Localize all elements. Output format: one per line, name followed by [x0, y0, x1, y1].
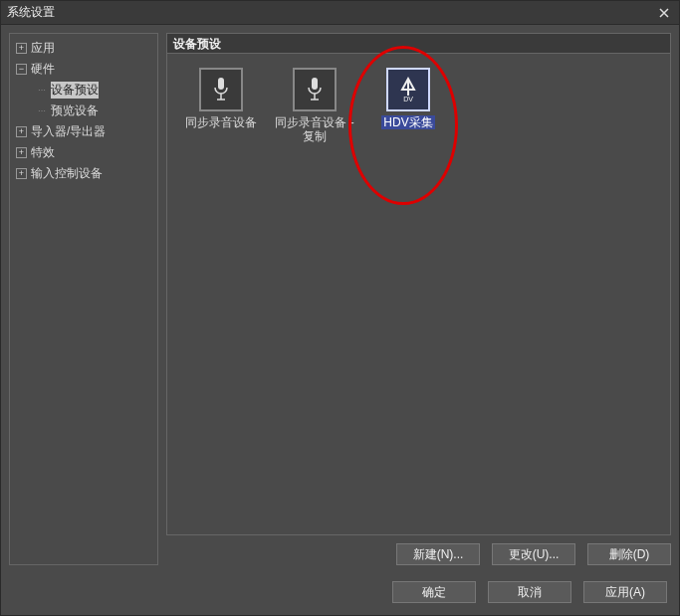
close-icon: [659, 8, 669, 18]
preset-label: 同步录音设备 - 复制: [275, 115, 354, 143]
tree-item-importer-exporter[interactable]: + 导入器/导出器: [12, 121, 155, 142]
right-area: 设备预设 同步录音设备 同步录音设备 - 复制: [166, 33, 671, 565]
close-button[interactable]: [655, 4, 673, 22]
body-area: + 应用 − 硬件 ⋯ 设备预设 ⋯ 预览设备 + 导入器/导出器 + 特效: [1, 25, 679, 573]
expand-icon[interactable]: +: [16, 147, 27, 158]
window-title: 系统设置: [7, 4, 655, 21]
collapse-icon[interactable]: −: [16, 64, 27, 75]
tree-label: 应用: [31, 40, 55, 57]
ok-button[interactable]: 确定: [392, 581, 476, 603]
tree-item-effects[interactable]: + 特效: [12, 142, 155, 163]
cancel-button[interactable]: 取消: [488, 581, 571, 603]
system-settings-window: 系统设置 + 应用 − 硬件 ⋯ 设备预设 ⋯ 预览设备 +: [0, 0, 680, 616]
preset-actions: 新建(N)... 更改(U)... 删除(D): [166, 535, 671, 565]
tree-label: 硬件: [31, 61, 55, 78]
tree-label: 导入器/导出器: [31, 123, 106, 140]
svg-text:DV: DV: [403, 96, 413, 103]
svg-rect-3: [312, 78, 318, 90]
preset-label: HDV采集: [381, 115, 434, 129]
new-button[interactable]: 新建(N)...: [396, 543, 480, 565]
change-button[interactable]: 更改(U)...: [492, 543, 575, 565]
preset-label: 同步录音设备: [185, 115, 257, 129]
tree-item-input-control[interactable]: + 输入控制设备: [12, 163, 155, 184]
tree-label: 设备预设: [51, 82, 99, 99]
section-header: 设备预设: [166, 33, 671, 53]
tree-item-preview-device[interactable]: ⋯ 预览设备: [12, 101, 155, 121]
tree-item-hardware[interactable]: − 硬件: [12, 59, 155, 80]
dialog-footer: 确定 取消 应用(A): [1, 573, 679, 615]
tree-leaf-icon: ⋯: [36, 85, 47, 96]
expand-icon[interactable]: +: [16, 168, 27, 179]
expand-icon[interactable]: +: [16, 43, 27, 54]
preset-row: 同步录音设备 同步录音设备 - 复制 DV HDV采集: [181, 68, 656, 143]
tree-label: 预览设备: [51, 103, 99, 119]
dv-icon: DV: [386, 68, 430, 111]
preset-list: 同步录音设备 同步录音设备 - 复制 DV HDV采集: [166, 53, 671, 535]
apply-button[interactable]: 应用(A): [583, 581, 667, 603]
titlebar: 系统设置: [1, 1, 679, 25]
svg-rect-0: [218, 78, 224, 90]
mic-icon: [199, 68, 243, 111]
tree-label: 输入控制设备: [31, 165, 103, 182]
tree-leaf-icon: ⋯: [36, 105, 47, 116]
preset-item-hdv-capture[interactable]: DV HDV采集: [368, 68, 448, 143]
tree-item-app[interactable]: + 应用: [12, 38, 155, 59]
tree-panel: + 应用 − 硬件 ⋯ 设备预设 ⋯ 预览设备 + 导入器/导出器 + 特效: [9, 33, 158, 565]
tree-item-device-preset[interactable]: ⋯ 设备预设: [12, 80, 155, 101]
delete-button[interactable]: 删除(D): [587, 543, 671, 565]
preset-item-sync-audio[interactable]: 同步录音设备: [181, 68, 261, 143]
expand-icon[interactable]: +: [16, 126, 27, 137]
mic-icon: [293, 68, 337, 111]
preset-item-sync-audio-copy[interactable]: 同步录音设备 - 复制: [275, 68, 354, 143]
tree-label: 特效: [31, 144, 55, 161]
